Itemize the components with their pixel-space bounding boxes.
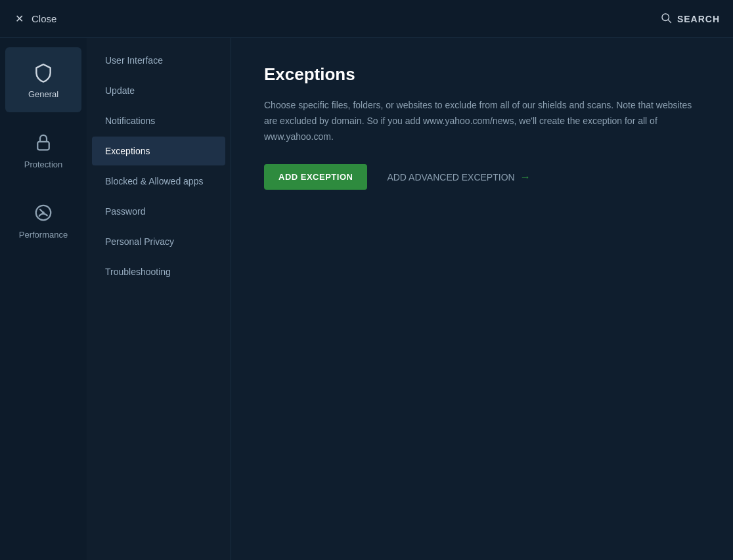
sidebar-item-protection-label: Protection — [24, 160, 63, 169]
advanced-exception-label: ADD ADVANCED EXCEPTION — [387, 172, 514, 183]
add-advanced-exception-button[interactable]: ADD ADVANCED EXCEPTION → — [387, 171, 530, 183]
search-icon — [660, 12, 672, 26]
sidebar-item-general-label: General — [28, 89, 58, 99]
secondary-sidebar: User Interface Update Notifications Exce… — [87, 38, 231, 560]
buttons-row: ADD EXCEPTION ADD ADVANCED EXCEPTION → — [264, 164, 700, 190]
sidebar-item-protection[interactable]: Protection — [5, 118, 81, 183]
shield-icon — [32, 60, 55, 84]
nav-user-interface[interactable]: User Interface — [92, 46, 225, 75]
search-label: SEARCH — [677, 14, 720, 24]
close-icon: ✕ — [13, 13, 25, 25]
app-container: ✕ Close SEARCH General — [0, 0, 733, 560]
search-button[interactable]: SEARCH — [660, 12, 720, 26]
content-description: Choose specific files, folders, or websi… — [264, 98, 700, 144]
nav-personal-privacy[interactable]: Personal Privacy — [92, 227, 225, 256]
nav-blocked-allowed-apps[interactable]: Blocked & Allowed apps — [92, 167, 225, 196]
add-exception-button[interactable]: ADD EXCEPTION — [264, 164, 367, 190]
nav-troubleshooting[interactable]: Troubleshooting — [92, 257, 225, 286]
nav-password[interactable]: Password — [92, 197, 225, 226]
sidebar-item-performance-label: Performance — [19, 230, 68, 240]
nav-update[interactable]: Update — [92, 76, 225, 105]
main-layout: General Protection — [0, 38, 733, 560]
page-title: Exceptions — [264, 64, 700, 85]
svg-line-1 — [668, 20, 671, 22]
close-button[interactable]: ✕ Close — [13, 13, 56, 25]
svg-rect-2 — [37, 142, 49, 150]
icon-sidebar: General Protection — [0, 38, 87, 560]
close-label: Close — [32, 13, 56, 24]
lock-icon — [32, 131, 55, 154]
arrow-icon: → — [520, 171, 531, 183]
gauge-icon — [32, 201, 55, 225]
sidebar-item-performance[interactable]: Performance — [5, 188, 81, 253]
content-area: Exceptions Choose specific files, folder… — [231, 38, 733, 560]
top-bar: ✕ Close SEARCH — [0, 0, 733, 38]
nav-exceptions[interactable]: Exceptions — [92, 137, 225, 165]
sidebar-item-general[interactable]: General — [5, 47, 81, 112]
nav-notifications[interactable]: Notifications — [92, 106, 225, 135]
